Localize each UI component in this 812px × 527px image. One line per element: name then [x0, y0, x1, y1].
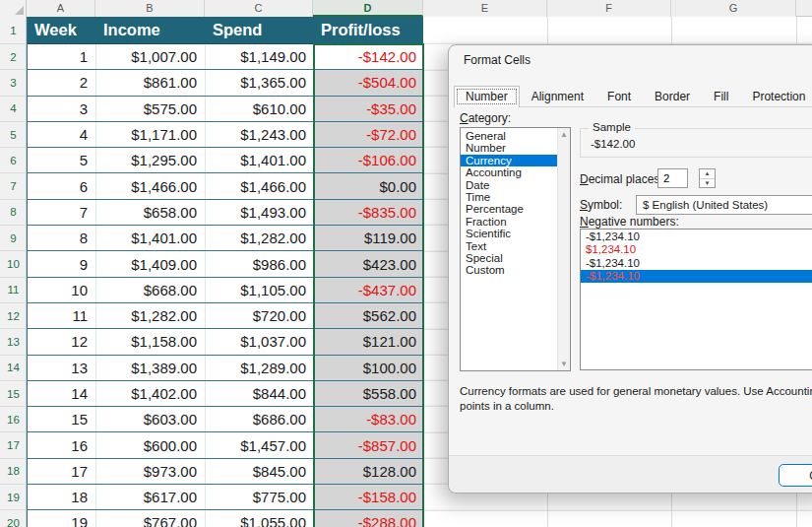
cell-week[interactable]: 3: [28, 97, 96, 121]
cell-week[interactable]: 2: [28, 70, 96, 95]
negative-numbers-listbox[interactable]: -$1,234.10$1,234.10-$1,234.10-$1,234.10: [580, 229, 812, 370]
cell-income[interactable]: $1,409.00: [96, 251, 206, 276]
cell-income[interactable]: $1,158.00: [96, 329, 206, 354]
tab-protection[interactable]: Protection: [740, 86, 812, 107]
cell-profit[interactable]: -$72.00: [314, 122, 424, 147]
row-header-15[interactable]: 15: [0, 381, 27, 407]
cell-spend[interactable]: $1,466.00: [206, 173, 314, 198]
cell-profit[interactable]: -$35.00: [314, 97, 424, 121]
category-scrollbar[interactable]: ▲ ▼: [557, 128, 570, 370]
cell-spend[interactable]: $1,365.00: [206, 70, 314, 95]
cell-spend[interactable]: $1,493.00: [206, 200, 314, 225]
cell-income[interactable]: $1,466.00: [96, 173, 206, 198]
negative-number-item[interactable]: -$1,234.10: [581, 270, 812, 282]
category-item-scientific[interactable]: Scientific: [461, 228, 557, 239]
cell-profit[interactable]: $0.00: [314, 173, 424, 198]
column-header-F[interactable]: F: [547, 0, 671, 17]
row-header-14[interactable]: 14: [0, 356, 27, 381]
row-header-13[interactable]: 13: [0, 329, 27, 355]
cell-spend[interactable]: $1,243.00: [206, 122, 314, 147]
row-header-6[interactable]: 6: [0, 148, 27, 173]
cell-spend[interactable]: $1,457.00: [206, 432, 314, 457]
cell-week[interactable]: 6: [28, 173, 96, 198]
table-header-week[interactable]: Week: [28, 17, 96, 43]
cell-income[interactable]: $617.00: [96, 485, 206, 509]
cell-profit[interactable]: -$857.00: [314, 432, 424, 457]
category-listbox[interactable]: GeneralNumberCurrencyAccountingDateTimeP…: [460, 127, 571, 371]
cell-spend[interactable]: $986.00: [206, 251, 314, 276]
category-item-percentage[interactable]: Percentage: [461, 203, 557, 215]
cell-profit[interactable]: $100.00: [314, 356, 424, 380]
decimal-places-input[interactable]: [657, 168, 688, 188]
row-header-2[interactable]: 2: [0, 44, 27, 70]
cell-week[interactable]: 13: [28, 356, 96, 380]
cell-profit[interactable]: $121.00: [314, 329, 424, 354]
cell-income[interactable]: $668.00: [96, 278, 206, 302]
row-header-7[interactable]: 7: [0, 173, 27, 199]
cell-week[interactable]: 14: [28, 381, 96, 406]
spinner-up-icon[interactable]: ▲: [700, 169, 715, 179]
category-item-fraction[interactable]: Fraction: [461, 216, 557, 228]
cell-profit[interactable]: -$106.00: [314, 148, 424, 172]
cell-spend[interactable]: $1,105.00: [206, 278, 314, 302]
spinner-down-icon[interactable]: ▼: [700, 179, 715, 188]
cell-week[interactable]: 18: [28, 485, 96, 509]
cell-income[interactable]: $575.00: [96, 97, 206, 121]
row-header-5[interactable]: 5: [0, 122, 27, 148]
column-header-C[interactable]: C: [205, 0, 313, 17]
row-header-3[interactable]: 3: [0, 70, 27, 96]
tab-number[interactable]: Number: [454, 86, 520, 107]
column-header-B[interactable]: B: [95, 0, 205, 17]
row-header-20[interactable]: 20: [0, 510, 27, 527]
cell-income[interactable]: $767.00: [96, 510, 206, 527]
negative-number-item[interactable]: $1,234.10: [581, 243, 812, 255]
cell-week[interactable]: 10: [28, 278, 96, 302]
category-item-accounting[interactable]: Accounting: [461, 166, 557, 178]
column-header-D[interactable]: D: [313, 0, 423, 17]
cell-profit[interactable]: -$835.00: [314, 200, 424, 225]
cell-week[interactable]: 7: [28, 200, 96, 225]
table-header-income[interactable]: Income: [96, 17, 206, 43]
category-item-general[interactable]: General: [461, 130, 557, 142]
negative-number-item[interactable]: -$1,234.10: [581, 257, 812, 269]
cell-profit[interactable]: -$504.00: [314, 70, 424, 95]
category-item-currency[interactable]: Currency: [461, 155, 557, 166]
scrollbar-down-icon[interactable]: ▼: [558, 358, 570, 370]
row-header-16[interactable]: 16: [0, 407, 27, 432]
row-header-10[interactable]: 10: [0, 251, 27, 277]
cell-week[interactable]: 19: [28, 510, 96, 527]
cell-spend[interactable]: $720.00: [206, 303, 314, 328]
cell-profit[interactable]: $119.00: [314, 226, 424, 250]
cell-profit[interactable]: -$288.00: [314, 510, 424, 527]
cell-profit[interactable]: -$437.00: [314, 278, 424, 302]
cell-spend[interactable]: $1,149.00: [206, 44, 314, 69]
negative-number-item[interactable]: -$1,234.10: [581, 231, 812, 242]
cell-spend[interactable]: $845.00: [206, 459, 314, 484]
row-header-12[interactable]: 12: [0, 303, 27, 329]
category-item-time[interactable]: Time: [461, 191, 557, 203]
cell-income[interactable]: $1,401.00: [96, 226, 206, 250]
tab-alignment[interactable]: Alignment: [520, 86, 595, 107]
cell-profit[interactable]: $423.00: [314, 251, 424, 276]
row-header-9[interactable]: 9: [0, 226, 27, 251]
cell-spend[interactable]: $1,401.00: [206, 148, 314, 172]
cell-spend[interactable]: $610.00: [206, 97, 314, 121]
row-header-8[interactable]: 8: [0, 200, 27, 226]
cell-profit[interactable]: -$142.00: [314, 44, 424, 69]
symbol-select[interactable]: $ English (United States): [636, 195, 812, 215]
scrollbar-up-icon[interactable]: ▲: [558, 128, 570, 141]
ok-button[interactable]: OK: [779, 464, 812, 487]
cell-spend[interactable]: $1,037.00: [206, 329, 314, 354]
cell-week[interactable]: 1: [28, 44, 96, 69]
select-all-corner[interactable]: [0, 0, 27, 17]
cell-week[interactable]: 4: [28, 122, 96, 147]
cell-income[interactable]: $600.00: [96, 432, 206, 457]
cell-spend[interactable]: $686.00: [206, 407, 314, 431]
column-header-A[interactable]: A: [27, 0, 95, 17]
cell-profit[interactable]: $128.00: [314, 459, 424, 484]
row-header-4[interactable]: 4: [0, 97, 27, 122]
cell-income[interactable]: $1,389.00: [96, 356, 206, 380]
tab-fill[interactable]: Fill: [702, 86, 740, 107]
tab-font[interactable]: Font: [595, 86, 643, 107]
cell-income[interactable]: $1,171.00: [96, 122, 206, 147]
